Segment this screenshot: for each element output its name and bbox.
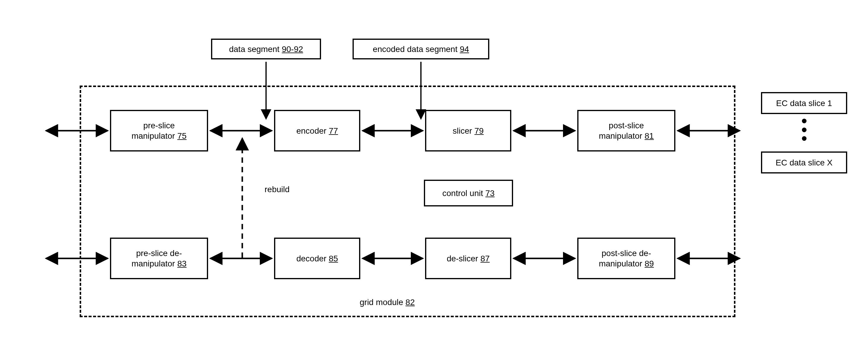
connectors-svg — [0, 0, 868, 338]
